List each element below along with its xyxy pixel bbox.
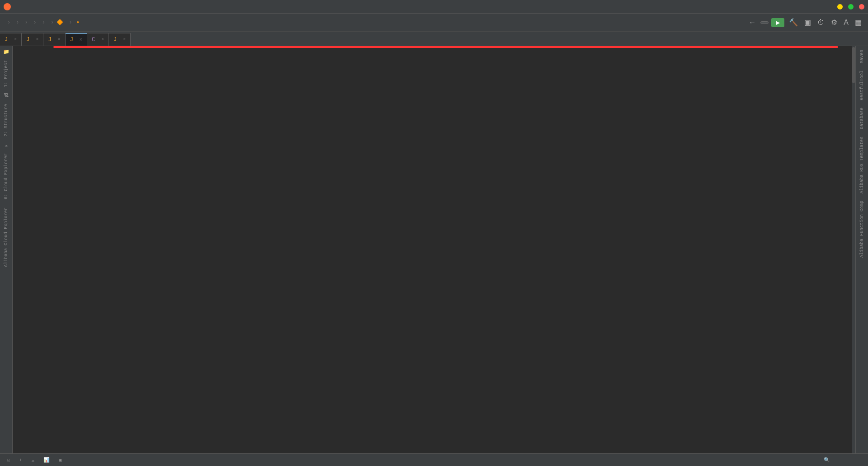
todo-icon: ☑ [7, 457, 10, 463]
function-label[interactable]: Alibaba Function Comp [859, 197, 864, 261]
vertical-scrollbar[interactable] [852, 46, 855, 453]
run-button[interactable]: ▶ [771, 18, 784, 27]
statistic-item[interactable]: 📊 [40, 454, 55, 466]
menu-view[interactable] [27, 6, 33, 8]
menu-code[interactable] [40, 6, 45, 8]
tab-mappedstatement[interactable]: J × [22, 33, 43, 46]
tab-icon-5: J [113, 37, 117, 43]
tab-xmlmapperbuilder[interactable]: J × [0, 33, 22, 46]
tab-xmlstatementbuilder[interactable]: J × [66, 33, 87, 46]
menu-help[interactable] [90, 6, 96, 8]
menu-analyze[interactable] [46, 6, 52, 8]
sidebar-cloud-icon[interactable]: ☁ [4, 141, 9, 149]
menu-bar[interactable] [14, 6, 96, 8]
menu-tools[interactable] [71, 6, 77, 8]
tab-bar: J × J × J × J × C × J × [0, 32, 868, 46]
maven-label[interactable]: Maven [859, 46, 864, 67]
codeup-icon: ⬆ [19, 457, 23, 463]
terminal-icon: ▣ [59, 457, 62, 463]
status-right: 🔍 [820, 457, 864, 463]
todo-item[interactable]: ☑ [4, 454, 16, 466]
settings-button[interactable]: ⚙ [829, 17, 839, 28]
menu-file[interactable] [14, 6, 20, 8]
code-lines [31, 46, 852, 453]
sidebar-project-icon[interactable]: 📁 [2, 48, 10, 56]
alibaba-cloud-view-item[interactable]: ☁ [28, 454, 40, 466]
sidebar-alibaba-label[interactable]: Alibaba Cloud Explorer [4, 204, 9, 271]
cloud-icon: ☁ [31, 457, 34, 463]
tab-sqlsource[interactable]: J × [109, 33, 131, 46]
tab-icon-0: J [5, 37, 8, 43]
tab-icon-1: J [26, 37, 29, 43]
sidebar-project-label[interactable]: 1: Project [4, 56, 9, 91]
scrollbar-thumb[interactable] [852, 47, 855, 83]
run-config-dropdown[interactable] [760, 21, 769, 24]
menu-edit[interactable] [21, 6, 26, 8]
status-bar: ☑ ⬆ ☁ 📊 ▣ 🔍 [0, 453, 868, 466]
sidebar-structure-label[interactable]: 2: Structure [4, 100, 9, 140]
minimize-button[interactable] [837, 4, 843, 9]
tab-sqlcommandtype[interactable]: J × [43, 33, 65, 46]
action-bar: › › › › › › 🔶 › 🔸 ← ▶ 🔨 ▣ ⏱ ⚙ A ▦ [0, 14, 868, 32]
left-panel: 📁 1: Project 🏗 2: Structure ☁ 6: Cloud E… [0, 46, 13, 453]
close-button[interactable] [859, 4, 864, 9]
statistic-icon: 📊 [43, 457, 50, 463]
event-log-item[interactable]: 🔍 [820, 457, 835, 463]
menu-window[interactable] [84, 6, 90, 8]
maximize-button[interactable] [848, 4, 854, 9]
terminal-item[interactable]: ▣ [55, 454, 67, 466]
line-numbers [13, 46, 31, 453]
layout-button[interactable]: ▦ [853, 17, 863, 28]
tab-icon-2: J [48, 37, 51, 43]
menu-navigate[interactable] [33, 6, 39, 8]
tab-icon-3: J [70, 37, 73, 43]
tab-icon-4: C [92, 37, 95, 43]
back-button[interactable]: ← [747, 18, 758, 28]
coverage-button[interactable]: ▣ [802, 17, 813, 28]
right-panel: Maven RestfulTool Database Alibaba ROS T… [855, 46, 868, 453]
tab-sqlcommandtype-class[interactable]: C × [87, 33, 109, 46]
codeup-item[interactable]: ⬆ [16, 454, 28, 466]
database-label[interactable]: Database [859, 104, 864, 133]
breadcrumb-class: 🔶 [57, 19, 63, 26]
event-log-icon: 🔍 [824, 457, 830, 463]
code-editor: SMOK [13, 46, 855, 453]
build-button[interactable]: 🔨 [787, 17, 800, 28]
menu-run[interactable] [65, 6, 71, 8]
translate-button[interactable]: A [842, 18, 850, 28]
menu-vcs[interactable] [78, 6, 83, 8]
highlight-box [53, 46, 838, 48]
app-logo [4, 3, 11, 10]
menu-refactor[interactable] [52, 6, 58, 8]
main-area: 📁 1: Project 🏗 2: Structure ☁ 6: Cloud E… [0, 46, 868, 453]
breadcrumb-icon: 🔸 [75, 19, 81, 26]
ros-label[interactable]: Alibaba ROS Templates [859, 133, 864, 197]
profile-button[interactable]: ⏱ [816, 18, 826, 28]
menu-build[interactable] [59, 6, 64, 8]
sidebar-cloud-label[interactable]: 6: Cloud Explorer [4, 150, 9, 203]
sidebar-structure-icon[interactable]: 🏗 [3, 92, 9, 99]
restful-label[interactable]: RestfulTool [859, 67, 864, 104]
title-bar [0, 0, 868, 14]
window-controls [837, 4, 864, 9]
